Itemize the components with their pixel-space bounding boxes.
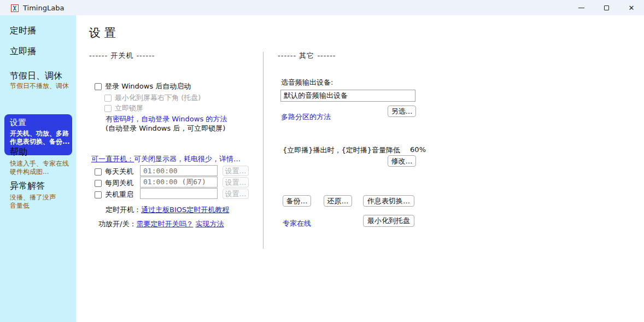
- choose-device-button[interactable]: 另选…: [388, 106, 416, 117]
- restore-button[interactable]: 还原…: [324, 195, 352, 207]
- amplifier-question-link[interactable]: 需要定时开关吗？: [136, 220, 193, 228]
- autologin-method-link[interactable]: 有密码时，自动登录 Windows 的方法: [106, 114, 227, 124]
- bios-tutorial-link[interactable]: 通过主板BIOS定时开机教程: [141, 206, 229, 214]
- close-button[interactable]: ✕: [619, 0, 644, 15]
- column-divider: [263, 52, 264, 249]
- page-title: 设 置: [89, 25, 116, 40]
- maximize-button[interactable]: [594, 0, 619, 15]
- tray-checkbox-row: 最小化到屏幕右下角 (托盘): [104, 93, 201, 103]
- volume-reduction-value: 60%: [410, 145, 426, 155]
- modify-volume-button[interactable]: 修改…: [388, 155, 416, 167]
- audio-device-input[interactable]: [280, 90, 415, 102]
- multiroute-link[interactable]: 多路分区的方法: [281, 112, 331, 122]
- sidebar-item-help-subtitle-1: 快速入手、专家在线: [10, 160, 69, 168]
- lock-label: 立即锁屏: [115, 103, 143, 113]
- weekly-shutdown-row: 每周关机: [95, 178, 133, 188]
- maximize-icon: [604, 5, 609, 10]
- sidebar: 定时播 立即播 节假日、调休 节假日不播放、调休 设置 开关机、功放、多路 作息…: [0, 15, 76, 322]
- minimize-icon: [578, 8, 584, 8]
- always-on-line: 可一直开机：可关闭显示器，耗电很少，详情…: [91, 154, 241, 164]
- volume-reduction-line: {立即播}播出时，{定时播}音量降低 60%: [283, 145, 426, 155]
- daily-shutdown-label: 每天关机: [105, 167, 133, 177]
- tray-checkbox[interactable]: [104, 95, 112, 102]
- restart-time-input[interactable]: [140, 188, 218, 199]
- autologin-note: (自动登录 Windows 后，可立即锁屏): [106, 124, 225, 133]
- power-section-header: ------ 开关机 ------: [89, 51, 155, 61]
- lock-checkbox-row: 立即锁屏: [104, 103, 143, 113]
- minimize-button[interactable]: [569, 0, 594, 15]
- tray-label: 最小化到屏幕右下角 (托盘): [115, 93, 201, 103]
- sidebar-item-holidays-subtitle: 节假日不播放、调休: [10, 82, 69, 90]
- weekly-shutdown-set-button[interactable]: 设置…: [223, 177, 249, 188]
- restart-checkbox[interactable]: [95, 191, 102, 198]
- weekly-shutdown-time-input[interactable]: [140, 177, 218, 188]
- lock-checkbox[interactable]: [104, 105, 112, 112]
- volume-reduction-text: {立即播}播出时，{定时播}音量降低: [283, 145, 400, 155]
- weekly-shutdown-checkbox[interactable]: [95, 180, 102, 187]
- amplifier-label: 功放开/关：: [98, 220, 136, 228]
- always-on-detail-link[interactable]: 可关闭显示器，耗电很少，详情…: [134, 155, 241, 163]
- sidebar-item-help-subtitle-2: 硬件构成图...: [10, 168, 49, 176]
- autostart-checkbox-row: 登录 Windows 后自动启动: [95, 81, 191, 91]
- weekly-shutdown-label: 每周关机: [105, 178, 133, 188]
- sidebar-item-settings-subtitle-2: 作息表切换、备份...: [10, 138, 72, 146]
- sidebar-item-settings-subtitle-1: 开关机、功放、多路: [10, 130, 72, 138]
- daily-shutdown-row: 每天关机: [95, 167, 133, 177]
- timed-boot-line: 定时开机：通过主板BIOS定时开机教程: [106, 205, 229, 215]
- daily-shutdown-checkbox[interactable]: [95, 168, 102, 175]
- window-title: TimingLaba: [23, 4, 64, 12]
- sidebar-item-instant-play[interactable]: 立即播: [10, 46, 36, 57]
- restart-row: 关机重启: [95, 190, 133, 200]
- app-window: TimingLaba ✕ 定时播 立即播 节假日、调休 节假日不播放、调休 设置…: [0, 0, 644, 322]
- expert-online-link[interactable]: 专家在线: [283, 219, 311, 229]
- sidebar-item-holidays[interactable]: 节假日、调休: [10, 71, 62, 82]
- titlebar: TimingLaba ✕: [0, 0, 644, 15]
- sidebar-item-help[interactable]: 帮助: [10, 147, 27, 158]
- minimize-to-tray-button[interactable]: 最小化到托盘: [363, 215, 414, 227]
- sidebar-item-settings-label: 设置: [10, 118, 72, 128]
- backup-button[interactable]: 备份…: [283, 195, 311, 207]
- schedule-switch-button[interactable]: 作息表切换…: [363, 195, 414, 207]
- sidebar-item-troubleshoot[interactable]: 异常解答: [10, 180, 45, 192]
- sidebar-item-troubleshoot-subtitle-1: 没播、播了没声: [10, 194, 56, 202]
- other-section-header: ------ 其它 ------: [278, 51, 336, 61]
- sidebar-item-timed-play[interactable]: 定时播: [10, 25, 36, 37]
- always-on-link[interactable]: 可一直开机：: [91, 155, 134, 163]
- settings-page: 设 置 ------ 开关机 ------ 登录 Windows 后自动启动 最…: [76, 15, 644, 322]
- restart-label: 关机重启: [105, 190, 133, 200]
- sidebar-item-troubleshoot-subtitle-2: 音量低: [10, 202, 30, 210]
- autostart-label: 登录 Windows 后自动启动: [105, 81, 191, 91]
- amplifier-line: 功放开/关：需要定时开关吗？ 实现方法: [98, 219, 224, 229]
- timed-boot-label: 定时开机：: [106, 206, 141, 214]
- daily-shutdown-time-input[interactable]: [140, 165, 218, 176]
- app-logo-icon: [11, 4, 19, 11]
- amplifier-method-link[interactable]: 实现方法: [196, 220, 224, 228]
- daily-shutdown-set-button[interactable]: 设置…: [223, 166, 249, 176]
- close-icon: ✕: [629, 4, 635, 11]
- window-controls: ✕: [569, 0, 644, 15]
- autostart-checkbox[interactable]: [95, 83, 102, 90]
- audio-device-label: 选音频输出设备:: [281, 78, 333, 87]
- restart-set-button[interactable]: 设置…: [223, 189, 249, 199]
